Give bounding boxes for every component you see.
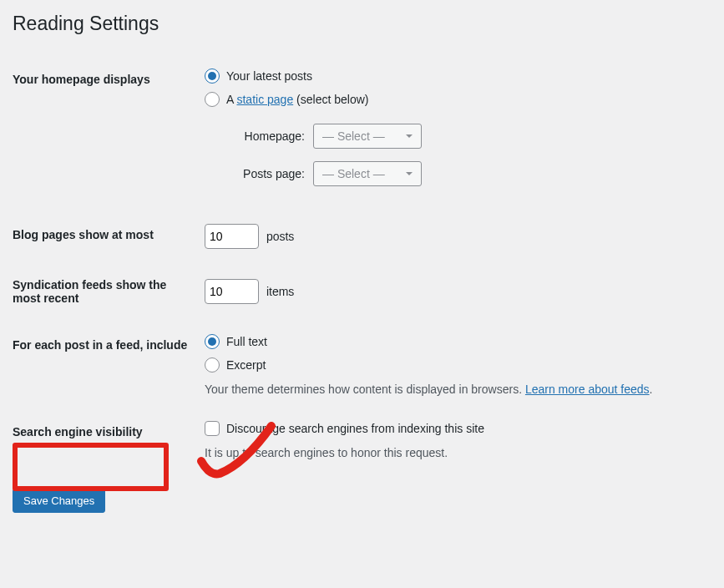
full-text-option[interactable]: Full text: [205, 334, 703, 349]
search-engine-description: It is up to search engines to honor this…: [205, 446, 703, 459]
latest-posts-option[interactable]: Your latest posts: [205, 68, 703, 84]
learn-more-feeds-link[interactable]: Learn more about feeds: [525, 383, 650, 396]
static-page-radio[interactable]: [205, 92, 220, 107]
syndication-label: Syndication feeds show the most recent: [13, 261, 196, 322]
excerpt-text: Excerpt: [226, 358, 266, 372]
homepage-select-label: Homepage:: [225, 129, 305, 143]
blog-pages-input[interactable]: [205, 224, 259, 249]
discourage-search-option[interactable]: Discourage search engines from indexing …: [205, 421, 703, 436]
save-changes-button[interactable]: Save Changes: [13, 489, 105, 513]
latest-posts-text: Your latest posts: [226, 69, 312, 83]
homepage-sub-selects: Homepage: — Select — Posts page: — Selec…: [225, 124, 703, 186]
discourage-search-text: Discourage search engines from indexing …: [226, 422, 484, 435]
latest-posts-radio[interactable]: [205, 68, 220, 84]
homepage-select-row: Homepage: — Select —: [225, 124, 703, 149]
page-title: Reading Settings: [13, 13, 711, 35]
homepage-displays-label: Your homepage displays: [13, 56, 196, 211]
discourage-search-checkbox[interactable]: [205, 421, 220, 436]
blog-pages-label: Blog pages show at most: [13, 211, 196, 261]
posts-page-select-label: Posts page:: [225, 167, 305, 180]
excerpt-radio[interactable]: [205, 357, 220, 373]
homepage-select[interactable]: — Select —: [313, 124, 422, 149]
search-engine-label: Search engine visibility: [13, 408, 196, 472]
blog-pages-suffix: posts: [266, 230, 294, 243]
posts-page-select-row: Posts page: — Select —: [225, 161, 703, 186]
feed-description: Your theme determines how content is dis…: [205, 383, 703, 396]
syndication-input[interactable]: [205, 279, 259, 304]
full-text-radio[interactable]: [205, 334, 220, 349]
reading-settings-page: Reading Settings Your homepage displays …: [13, 13, 711, 513]
feed-post-label: For each post in a feed, include: [13, 322, 196, 408]
feed-post-radio-group: Full text Excerpt: [205, 334, 703, 373]
full-text-text: Full text: [226, 335, 267, 348]
static-page-link[interactable]: static page: [236, 93, 293, 106]
static-page-option[interactable]: A static page (select below): [205, 92, 703, 107]
excerpt-option[interactable]: Excerpt: [205, 357, 703, 373]
homepage-radio-group: Your latest posts A static page (select …: [205, 68, 703, 107]
posts-page-select[interactable]: — Select —: [313, 161, 422, 186]
settings-form-table: Your homepage displays Your latest posts…: [13, 56, 711, 472]
syndication-suffix: items: [266, 285, 294, 298]
static-page-text: A static page (select below): [226, 93, 368, 106]
